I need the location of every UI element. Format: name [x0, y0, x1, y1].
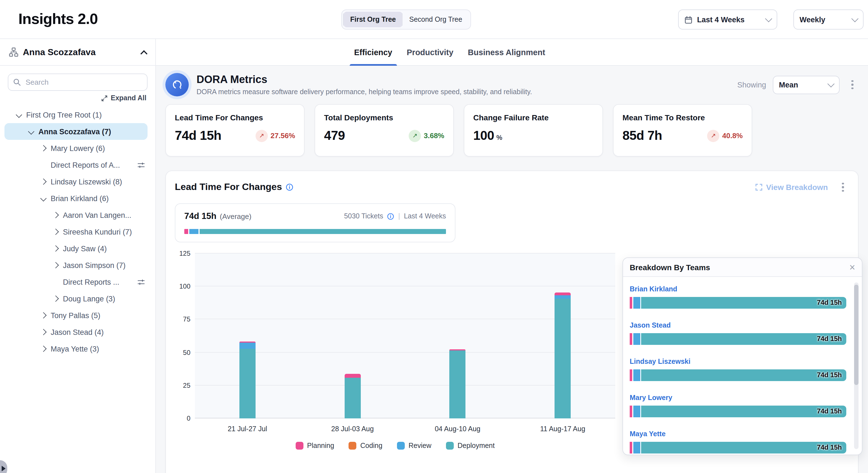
tree-item[interactable]: Direct Reports of A...: [4, 156, 148, 173]
granularity-select[interactable]: Weekly: [794, 9, 864, 30]
metric-value: 100: [473, 128, 494, 143]
tree-chevron-icon[interactable]: [39, 194, 48, 203]
y-axis-tick: 125: [179, 249, 190, 257]
tree-chevron-icon[interactable]: [39, 144, 48, 153]
tab[interactable]: Efficiency: [354, 39, 392, 65]
tree-chevron-icon[interactable]: [39, 160, 48, 169]
org-tree-toggle-option[interactable]: First Org Tree: [343, 12, 403, 27]
tree-chevron-icon[interactable]: [51, 294, 60, 303]
collapse-section-icon[interactable]: [140, 50, 147, 57]
legend-swatch: [348, 442, 356, 450]
tree-chevron-icon[interactable]: [14, 110, 23, 119]
tree-item[interactable]: Brian Kirkland (6): [4, 190, 148, 207]
date-range-select[interactable]: Last 4 Weeks: [678, 9, 777, 30]
tree-item[interactable]: Sireesha Kunduri (7): [4, 224, 148, 240]
team-bar-value: 74d 15h: [817, 333, 842, 345]
team-stacked-bar[interactable]: 74d 15h: [630, 333, 846, 345]
tree-chevron-icon[interactable]: [51, 244, 60, 253]
tree-item[interactable]: Aaron Van Langen...: [4, 207, 148, 224]
expand-all-icon: [101, 94, 108, 102]
section-subtitle: DORA metrics measure software delivery p…: [196, 88, 532, 96]
tree-chevron-icon[interactable]: [51, 277, 60, 286]
search-icon: [13, 78, 21, 86]
tree-item-label: Brian Kirkland (6): [51, 194, 109, 203]
tree-item[interactable]: Maya Yette (3): [4, 341, 148, 357]
tree-chevron-icon[interactable]: [51, 261, 60, 270]
tree-item[interactable]: Direct Reports ...: [4, 273, 148, 290]
breakdown-row: Brian Kirkland 74d 15h: [630, 284, 846, 309]
org-tree-toggle-option[interactable]: Second Org Tree: [403, 12, 469, 27]
expand-all-label: Expand All: [111, 94, 147, 102]
metric-card[interactable]: Total Deployments 479 ↗ 3.68%: [315, 104, 454, 156]
expand-all-button[interactable]: Expand All: [9, 94, 147, 102]
metric-card[interactable]: Mean Time To Restore 85d 7h ↗ 40.8%: [613, 104, 752, 156]
legend-item[interactable]: Coding: [348, 442, 382, 450]
aggregation-select[interactable]: Mean: [773, 76, 840, 94]
tree-chevron-icon[interactable]: [39, 328, 48, 336]
tree-item-label: Mary Lowery (6): [51, 144, 105, 152]
tab[interactable]: Productivity: [407, 39, 454, 65]
filter-icon[interactable]: [137, 278, 148, 286]
tree-chevron-icon[interactable]: [39, 344, 48, 353]
view-breakdown-button[interactable]: View Breakdown: [755, 183, 828, 191]
team-link[interactable]: Mary Lowery: [630, 394, 672, 402]
date-range-value: Last 4 Weeks: [697, 15, 745, 24]
legend-label: Deployment: [458, 442, 495, 450]
team-stacked-bar[interactable]: 74d 15h: [630, 406, 846, 417]
search-input[interactable]: [8, 73, 148, 91]
metric-delta: ↗ 3.68%: [409, 129, 444, 142]
sidebar-collapse-handle[interactable]: [0, 460, 7, 473]
legend-item[interactable]: Deployment: [446, 442, 495, 450]
team-stacked-bar[interactable]: 74d 15h: [630, 369, 846, 381]
team-link[interactable]: Brian Kirkland: [630, 285, 677, 293]
tree-chevron-icon[interactable]: [39, 177, 48, 186]
metric-title: Mean Time To Restore: [622, 113, 743, 122]
metric-delta: ↗ 27.56%: [255, 129, 295, 142]
team-link[interactable]: Jason Stead: [630, 322, 671, 329]
tree-item[interactable]: Jason Stead (4): [4, 324, 148, 341]
scrollbar-thumb[interactable]: [854, 285, 859, 385]
calendar-icon: [684, 15, 693, 24]
tree-item[interactable]: Judy Saw (4): [4, 240, 148, 257]
breakdown-title: Breakdown By Teams: [630, 263, 710, 272]
tree-chevron-icon[interactable]: [39, 311, 48, 320]
lead-time-menu-button[interactable]: [837, 180, 849, 195]
tree-item[interactable]: First Org Tree Root (1): [4, 107, 148, 123]
tree-chevron-icon[interactable]: [51, 211, 60, 219]
tree-item[interactable]: Anna Scozzafava (7): [4, 123, 148, 140]
tree-item[interactable]: Doug Lange (3): [4, 290, 148, 307]
legend-swatch: [397, 442, 405, 450]
info-icon[interactable]: [286, 183, 294, 191]
metric-card[interactable]: Change Failure Rate 100 %: [464, 104, 603, 156]
chart-bar[interactable]: [555, 254, 571, 418]
legend-item[interactable]: Review: [397, 442, 432, 450]
x-axis-tick: 28 Jul-03 Aug: [300, 425, 405, 433]
tree-chevron-icon[interactable]: [51, 227, 60, 236]
filter-icon[interactable]: [137, 161, 148, 169]
legend-item[interactable]: Planning: [296, 442, 334, 450]
legend-swatch: [446, 442, 454, 450]
breakdown-scrollbar[interactable]: [854, 283, 859, 449]
tree-item-label: Aaron Van Langen...: [63, 211, 131, 219]
tree-item[interactable]: Jason Simpson (7): [4, 257, 148, 273]
team-stacked-bar[interactable]: 74d 15h: [630, 297, 846, 309]
metric-card[interactable]: Lead Time For Changes 74d 15h ↗ 27.56%: [165, 104, 305, 156]
team-stacked-bar[interactable]: 74d 15h: [630, 442, 846, 453]
chart-bar[interactable]: [450, 254, 466, 418]
y-axis-tick: 75: [183, 316, 190, 323]
chart-bar[interactable]: [344, 254, 361, 418]
tree-chevron-icon[interactable]: [27, 127, 36, 136]
team-link[interactable]: Lindsay Liszewski: [630, 358, 690, 365]
bar-segment-planning: [555, 293, 571, 295]
team-bar-value: 74d 15h: [817, 369, 842, 381]
tree-item[interactable]: Lindsay Liszewski (8): [4, 173, 148, 190]
tab[interactable]: Business Alignment: [468, 39, 545, 65]
close-icon[interactable]: ×: [849, 262, 855, 272]
tree-item-label: Tony Pallas (5): [51, 311, 100, 320]
dora-menu-button[interactable]: [846, 78, 859, 92]
tree-item[interactable]: Mary Lowery (6): [4, 140, 148, 156]
chart-bar[interactable]: [240, 254, 255, 418]
team-link[interactable]: Maya Yette: [630, 430, 665, 438]
tree-item[interactable]: Tony Pallas (5): [4, 307, 148, 324]
info-icon[interactable]: [387, 212, 394, 220]
